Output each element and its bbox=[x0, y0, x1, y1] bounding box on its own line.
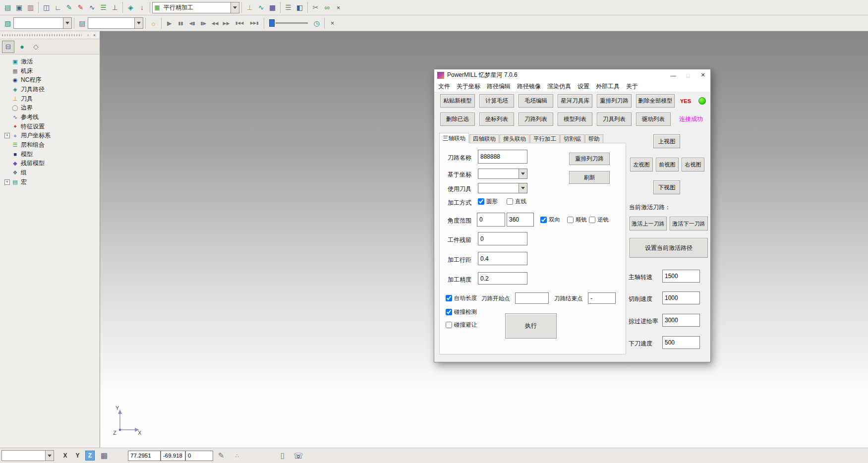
lightbulb-icon[interactable]: ☼ bbox=[148, 17, 159, 29]
nc-combo[interactable] bbox=[88, 17, 143, 29]
tree-item-pattern[interactable]: ∿ 参考线 bbox=[0, 113, 100, 122]
tab-parallel[interactable]: 平行加工 bbox=[530, 134, 560, 143]
simulation-toolbar-close-icon[interactable]: × bbox=[327, 17, 338, 29]
coordinate-y-input[interactable] bbox=[161, 451, 185, 461]
menu-path-edit[interactable]: 路径编辑 bbox=[487, 82, 511, 91]
tool-library-button[interactable]: 星河刀具库 bbox=[558, 94, 592, 108]
right-view-button[interactable]: 右视图 bbox=[682, 158, 704, 172]
graph-icon[interactable]: ∿ bbox=[255, 2, 267, 13]
tab-saw[interactable]: 切割锯 bbox=[560, 134, 584, 143]
phone-icon[interactable]: ☏ bbox=[292, 450, 304, 462]
tool-gold-icon[interactable]: ⊥ bbox=[244, 2, 255, 13]
binoculars-icon[interactable]: ∞ bbox=[321, 2, 333, 13]
coordinate-z-input[interactable] bbox=[185, 451, 213, 461]
toolpath-dropdown-arrow[interactable] bbox=[63, 18, 71, 28]
circle-checkbox-input[interactable] bbox=[478, 198, 484, 205]
statusbar-dropdown-arrow[interactable] bbox=[45, 451, 54, 461]
z-axis-button[interactable]: Z bbox=[85, 451, 95, 461]
base-coord-dropdown-arrow[interactable] bbox=[519, 169, 527, 178]
end-point-input[interactable] bbox=[588, 292, 616, 304]
slider-track[interactable] bbox=[276, 22, 308, 24]
collision-avoid-checkbox[interactable]: 碰撞避让 bbox=[446, 321, 477, 329]
collision-check-checkbox[interactable]: 碰撞检测 bbox=[446, 308, 477, 316]
globe-icon[interactable]: ● bbox=[16, 41, 28, 53]
menu-settings[interactable]: 设置 bbox=[578, 82, 589, 91]
delete-selected-button[interactable]: 删除已选 bbox=[440, 113, 475, 126]
reorder-toolpath-button[interactable]: 重排列刀路 bbox=[597, 94, 632, 108]
drive-list-button[interactable]: 驱动列表 bbox=[636, 113, 671, 126]
expander-icon[interactable] bbox=[4, 179, 10, 185]
pen-icon[interactable]: ✎ bbox=[75, 2, 86, 13]
save-icon[interactable]: ▣ bbox=[13, 2, 25, 13]
tree-item-levels[interactable]: ☰ 层和组合 bbox=[0, 140, 100, 150]
tree-item-boundary[interactable]: ◯ 边界 bbox=[0, 103, 100, 113]
strategy-combo[interactable]: ▦ 平行精加工 bbox=[152, 2, 239, 13]
stock-edit-button[interactable]: 毛坯编辑 bbox=[519, 94, 553, 108]
import-icon[interactable]: ↓ bbox=[136, 2, 148, 13]
snap-points-icon[interactable]: ∴ bbox=[231, 450, 243, 462]
toolpath-name-input[interactable] bbox=[478, 150, 527, 164]
play-icon[interactable]: ▶ bbox=[164, 17, 175, 29]
step-forward-icon[interactable]: ▮▶ bbox=[198, 17, 209, 29]
climb-mill-checkbox-input[interactable] bbox=[567, 217, 574, 223]
fast-forward-icon[interactable]: ▶▶ bbox=[221, 17, 232, 29]
tree-item-group[interactable]: ❖ 组 bbox=[0, 168, 100, 177]
tree-item-feature-set[interactable]: ✦ 特征设置 bbox=[0, 122, 100, 131]
menu-path-mirror[interactable]: 路径镜像 bbox=[517, 82, 541, 91]
bidirectional-checkbox-input[interactable] bbox=[540, 217, 547, 223]
panel-grip[interactable]: ▫ × bbox=[0, 31, 100, 39]
coord-list-button[interactable]: 坐标列表 bbox=[479, 113, 514, 126]
paste-new-model-button[interactable]: 粘贴新模型 bbox=[440, 94, 475, 108]
bidirectional-checkbox[interactable]: 双向 bbox=[540, 216, 560, 224]
x-axis-button[interactable]: X bbox=[60, 451, 70, 461]
minimize-icon[interactable]: — bbox=[666, 69, 681, 81]
bottom-view-button[interactable]: 下视图 bbox=[653, 180, 680, 194]
tree-item-macro[interactable]: ▤ 宏 bbox=[0, 177, 100, 187]
curve-icon[interactable]: ∿ bbox=[86, 2, 98, 13]
spindle-speed-input[interactable] bbox=[662, 270, 700, 283]
climb-mill-checkbox[interactable]: 顺铣 bbox=[567, 216, 587, 224]
nc-list-icon[interactable]: ▤ bbox=[76, 17, 88, 29]
grid-icon[interactable]: ▦ bbox=[98, 450, 110, 462]
expander-icon[interactable] bbox=[4, 133, 10, 138]
refresh-button[interactable]: 刷新 bbox=[569, 171, 610, 184]
auto-length-checkbox[interactable]: 自动长度 bbox=[446, 294, 477, 302]
menu-about[interactable]: 关于 bbox=[626, 82, 638, 91]
page-icon[interactable]: ▯ bbox=[277, 450, 289, 462]
tab-help[interactable]: 帮助 bbox=[585, 134, 603, 143]
circle-checkbox[interactable]: 圆形 bbox=[478, 198, 498, 205]
use-tool-dropdown-arrow[interactable] bbox=[519, 183, 527, 193]
new-project-icon[interactable]: ▤ bbox=[2, 2, 13, 13]
shield-icon[interactable]: ◇ bbox=[30, 41, 42, 53]
set-active-path-button[interactable]: 设置当前激活路径 bbox=[630, 238, 708, 258]
dialog-titlebar[interactable]: PowerMILL 忆梦星河 7.0.6 — □ ✕ bbox=[434, 69, 710, 81]
clock-icon[interactable]: ◷ bbox=[311, 17, 322, 29]
tab-tilt-head[interactable]: 摆头联动 bbox=[500, 134, 529, 143]
tolerance-input[interactable] bbox=[478, 272, 527, 285]
statusbar-combo[interactable] bbox=[1, 450, 54, 461]
toolbar-close-icon[interactable]: × bbox=[333, 2, 344, 13]
toolpath-list-button[interactable]: 刀路列表 bbox=[519, 113, 553, 126]
tool-list-button[interactable]: 刀具列表 bbox=[597, 113, 632, 126]
slider-handle-icon[interactable] bbox=[269, 19, 275, 27]
go-start-icon[interactable]: ▮◀◀ bbox=[232, 17, 247, 29]
tree-item-toolpath[interactable]: ◈ 刀具路径 bbox=[0, 85, 100, 94]
strategy-dropdown-arrow[interactable] bbox=[231, 2, 239, 13]
rearrange-toolpath-button[interactable]: 重排列刀路 bbox=[569, 153, 610, 165]
stock-allowance-input[interactable] bbox=[478, 232, 527, 245]
front-view-button[interactable]: 前视图 bbox=[656, 158, 679, 172]
panel-close-icon[interactable]: × bbox=[91, 32, 98, 38]
line-checkbox[interactable]: 直线 bbox=[507, 198, 526, 205]
cutting-feed-input[interactable] bbox=[662, 291, 700, 304]
y-axis-button[interactable]: Y bbox=[73, 451, 82, 461]
calc-stock-button[interactable]: 计算毛坯 bbox=[479, 94, 514, 108]
chart-icon[interactable]: ◧ bbox=[294, 2, 305, 13]
grip-handle-icon[interactable] bbox=[2, 34, 82, 36]
pause-icon[interactable]: ▮▮ bbox=[175, 17, 186, 29]
line-checkbox-input[interactable] bbox=[507, 198, 513, 205]
go-end-icon[interactable]: ▶▶▮ bbox=[247, 17, 262, 29]
pencil-icon[interactable]: ✎ bbox=[63, 2, 75, 13]
tree-item-activate[interactable]: ▣ 激活 bbox=[0, 57, 100, 66]
calculator-icon[interactable]: ▦ bbox=[267, 2, 278, 13]
top-view-button[interactable]: 上视图 bbox=[653, 134, 680, 148]
